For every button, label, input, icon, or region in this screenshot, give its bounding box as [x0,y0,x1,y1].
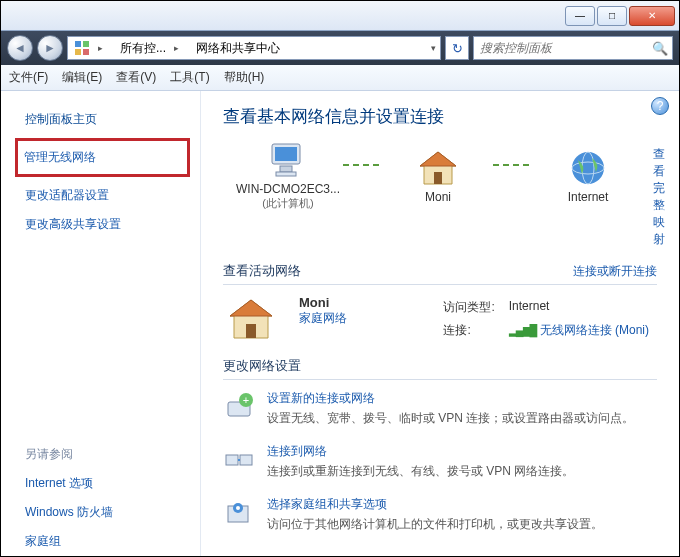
settings-list: + 设置新的连接或网络 设置无线、宽带、拨号、临时或 VPN 连接；或设置路由器… [223,390,657,533]
computer-icon [264,140,312,180]
svg-rect-6 [280,166,292,172]
help-icon[interactable]: ? [651,97,669,115]
control-panel-icon [74,40,90,56]
full-map-link[interactable]: 查看完整映射 [653,140,665,248]
setup-connection-desc: 设置无线、宽带、拨号、临时或 VPN 连接；或设置路由器或访问点。 [267,409,657,427]
sidebar-home[interactable]: 控制面板主页 [1,105,200,134]
svg-text:+: + [243,394,249,406]
chevron-down-icon[interactable]: ▾ [427,43,440,53]
connection-link[interactable]: 无线网络连接 (Moni) [540,323,649,337]
sidebar-adapter[interactable]: 更改适配器设置 [1,181,200,210]
maximize-button[interactable]: □ [597,6,627,26]
network-type-link[interactable]: 家庭网络 [299,310,347,327]
svg-rect-21 [240,455,252,465]
svg-marker-15 [230,300,272,316]
search-icon[interactable]: 🔍 [648,41,672,56]
map-router-label: Moni [425,190,451,204]
homegroup-sharing-desc: 访问位于其他网络计算机上的文件和打印机，或更改共享设置。 [267,515,657,533]
connection-label: 连接: [437,320,500,341]
svg-rect-0 [75,41,81,47]
active-network-row: Moni 家庭网络 访问类型: Internet 连接: ▂▄▆█ 无线网络连接… [223,295,657,343]
homegroup-sharing-link[interactable]: 选择家庭组和共享选项 [267,496,657,513]
chevron-right-icon: ▸ [94,43,107,53]
connect-network-desc: 连接到或重新连接到无线、有线、拨号或 VPN 网络连接。 [267,462,657,480]
network-name: Moni [299,295,347,310]
connect-disconnect-link[interactable]: 连接或断开连接 [573,263,657,280]
menu-tools[interactable]: 工具(T) [170,69,209,86]
menu-edit[interactable]: 编辑(E) [62,69,102,86]
sidebar-seealso-label: 另请参阅 [1,440,200,469]
settings-item: 选择家庭组和共享选项 访问位于其他网络计算机上的文件和打印机，或更改共享设置。 [223,496,657,533]
page-title: 查看基本网络信息并设置连接 [223,105,657,128]
svg-point-11 [572,152,604,184]
settings-item: 连接到网络 连接到或重新连接到无线、有线、拨号或 VPN 网络连接。 [223,443,657,480]
minimize-button[interactable]: — [565,6,595,26]
menu-file[interactable]: 文件(F) [9,69,48,86]
network-map: WIN-DCMO2EC3... (此计算机) Moni Internet [223,140,653,215]
sidebar: 控制面板主页 管理无线网络 更改适配器设置 更改高级共享设置 另请参阅 Inte… [1,91,201,556]
globe-icon [564,148,612,188]
menu-view[interactable]: 查看(V) [116,69,156,86]
wifi-signal-icon: ▂▄▆█ [509,324,537,336]
access-type-label: 访问类型: [437,297,500,318]
svg-rect-1 [83,41,89,47]
connection-line-icon [493,164,533,166]
chevron-right-icon: ▸ [170,43,183,53]
connect-network-link[interactable]: 连接到网络 [267,443,657,460]
sidebar-internet-options[interactable]: Internet 选项 [1,469,200,498]
svg-marker-9 [420,152,456,166]
back-button[interactable]: ◄ [7,35,33,61]
main-panel: ? 查看基本网络信息并设置连接 WIN-DCMO2EC3... (此计算机) M… [201,91,679,556]
sidebar-wireless[interactable]: 管理无线网络 [24,147,181,168]
svg-rect-10 [434,172,442,184]
connection-line-icon [343,164,383,166]
map-pc-sublabel: (此计算机) [262,196,313,211]
connect-network-icon [223,443,255,475]
refresh-button[interactable]: ↻ [445,36,469,60]
map-internet-label: Internet [568,190,609,204]
breadcrumb-item[interactable]: 网络和共享中心 [196,40,280,57]
homegroup-icon [223,496,255,528]
svg-rect-7 [276,172,296,176]
settings-item: + 设置新的连接或网络 设置无线、宽带、拨号、临时或 VPN 连接；或设置路由器… [223,390,657,427]
navbar: ◄ ► ▸ 所有控... ▸ 网络和共享中心 ▾ ↻ 🔍 [1,31,679,65]
search-box[interactable]: 🔍 [473,36,673,60]
titlebar: — □ ✕ [1,1,679,31]
setup-connection-link[interactable]: 设置新的连接或网络 [267,390,657,407]
highlighted-box: 管理无线网络 [15,138,190,177]
address-bar[interactable]: ▸ 所有控... ▸ 网络和共享中心 ▾ [67,36,441,60]
map-pc-label: WIN-DCMO2EC3... [236,182,340,196]
house-icon [223,295,279,343]
svg-rect-5 [275,147,297,161]
svg-rect-2 [75,49,81,55]
active-networks-heading: 查看活动网络 [223,262,301,280]
menu-help[interactable]: 帮助(H) [224,69,265,86]
access-type-value: Internet [503,297,655,318]
breadcrumb-item[interactable]: 所有控... [120,40,166,57]
sidebar-homegroup[interactable]: 家庭组 [1,527,200,556]
new-connection-icon: + [223,390,255,422]
svg-rect-3 [83,49,89,55]
change-settings-heading: 更改网络设置 [223,357,301,375]
svg-rect-20 [226,455,238,465]
search-input[interactable] [474,41,648,55]
sidebar-firewall[interactable]: Windows 防火墙 [1,498,200,527]
close-button[interactable]: ✕ [629,6,675,26]
svg-point-25 [236,506,240,510]
sidebar-advanced[interactable]: 更改高级共享设置 [1,210,200,239]
svg-rect-16 [246,324,256,338]
house-icon [414,148,462,188]
forward-button[interactable]: ► [37,35,63,61]
menubar: 文件(F) 编辑(E) 查看(V) 工具(T) 帮助(H) [1,65,679,91]
